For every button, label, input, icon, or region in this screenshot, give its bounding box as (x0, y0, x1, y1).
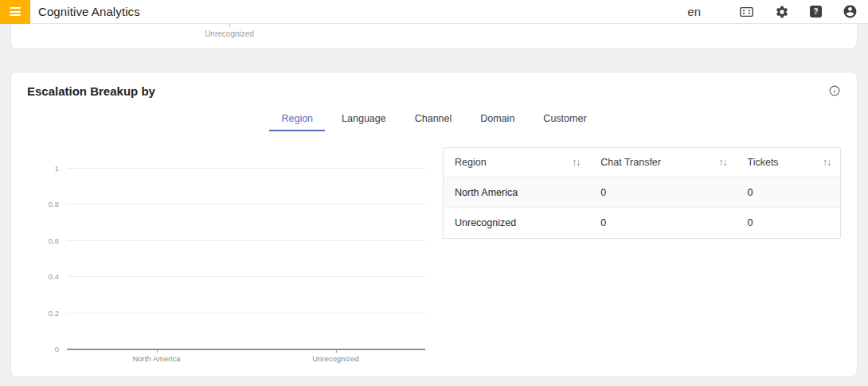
sort-icon[interactable]: ↑↓ (572, 157, 580, 168)
column-label: Tickets (748, 157, 779, 168)
menu-button[interactable] (0, 0, 30, 24)
sort-icon[interactable]: ↑↓ (719, 157, 727, 168)
table-row: North America00 (444, 177, 840, 208)
y-tick-label: 1 (55, 164, 59, 173)
tab-channel[interactable]: Channel (403, 105, 464, 131)
info-icon[interactable] (828, 84, 841, 97)
gridline (67, 240, 425, 241)
table-cell: Unrecognized (444, 217, 589, 228)
card-header: Escalation Breakup by (11, 72, 857, 103)
table-cell: 0 (737, 217, 840, 228)
table-row: Unrecognized00 (444, 208, 840, 238)
y-tick-label: 0.8 (49, 200, 59, 209)
tab-domain[interactable]: Domain (468, 105, 526, 131)
table-body: North America00Unrecognized00 (444, 177, 840, 238)
column-header-chat-transfer[interactable]: Chat Transfer↑↓ (589, 157, 736, 168)
x-axis-label: Unrecognized (205, 29, 254, 38)
account-circle-icon[interactable] (843, 4, 858, 19)
column-header-tickets[interactable]: Tickets↑↓ (737, 157, 840, 168)
app-bar: Cognitive Analytics en ? (0, 0, 868, 24)
fit-screen-icon[interactable] (739, 5, 754, 19)
escalation-breakup-card: Escalation Breakup by RegionLanguageChan… (10, 72, 858, 377)
card-title: Escalation Breakup by (27, 84, 155, 98)
column-label: Region (455, 157, 487, 168)
table-cell: 0 (589, 217, 736, 228)
previous-chart-card: Unrecognized (10, 24, 858, 49)
tab-region[interactable]: Region (269, 105, 325, 131)
x-category-label: Unrecognized (312, 354, 359, 363)
table-cell: 0 (737, 187, 840, 198)
table-cell: 0 (589, 187, 736, 198)
card-content: 10.80.60.40.20North AmericaUnrecognized … (11, 131, 857, 386)
y-tick-label: 0.4 (49, 272, 59, 281)
app-title: Cognitive Analytics (38, 5, 140, 18)
y-tick-label: 0.2 (49, 308, 59, 317)
gridline (67, 204, 425, 205)
tab-customer[interactable]: Customer (531, 105, 598, 131)
x-axis-tick (336, 349, 337, 353)
table-cell: North America (444, 187, 589, 198)
escalation-bar-chart: 10.80.60.40.20North AmericaUnrecognized (27, 168, 427, 386)
x-category-label: North America (132, 354, 180, 363)
x-axis-baseline (67, 349, 425, 350)
gridline (67, 168, 425, 169)
sort-icon[interactable]: ↑↓ (823, 157, 831, 168)
language-selector[interactable]: en (687, 5, 701, 18)
column-label: Chat Transfer (600, 157, 661, 168)
gridline (67, 276, 425, 277)
settings-gear-icon[interactable] (775, 5, 789, 19)
gridline (67, 313, 425, 314)
hamburger-menu-icon (10, 7, 21, 16)
app-bar-actions: en ? (687, 4, 868, 19)
help-icon[interactable]: ? (810, 6, 822, 18)
breakup-tabs: RegionLanguageChannelDomainCustomer (11, 103, 857, 131)
table-header-row: Region↑↓Chat Transfer↑↓Tickets↑↓ (444, 148, 840, 177)
x-axis-tick (157, 349, 158, 353)
tab-language[interactable]: Language (330, 105, 398, 131)
chart-plot: 10.80.60.40.20North AmericaUnrecognized (67, 168, 425, 349)
escalation-table: Region↑↓Chat Transfer↑↓Tickets↑↓ North A… (443, 147, 841, 239)
y-tick-label: 0.6 (49, 236, 59, 244)
column-header-region[interactable]: Region↑↓ (444, 157, 589, 168)
escalation-table-wrap: Region↑↓Chat Transfer↑↓Tickets↑↓ North A… (443, 147, 841, 386)
y-tick-label: 0 (55, 345, 59, 353)
